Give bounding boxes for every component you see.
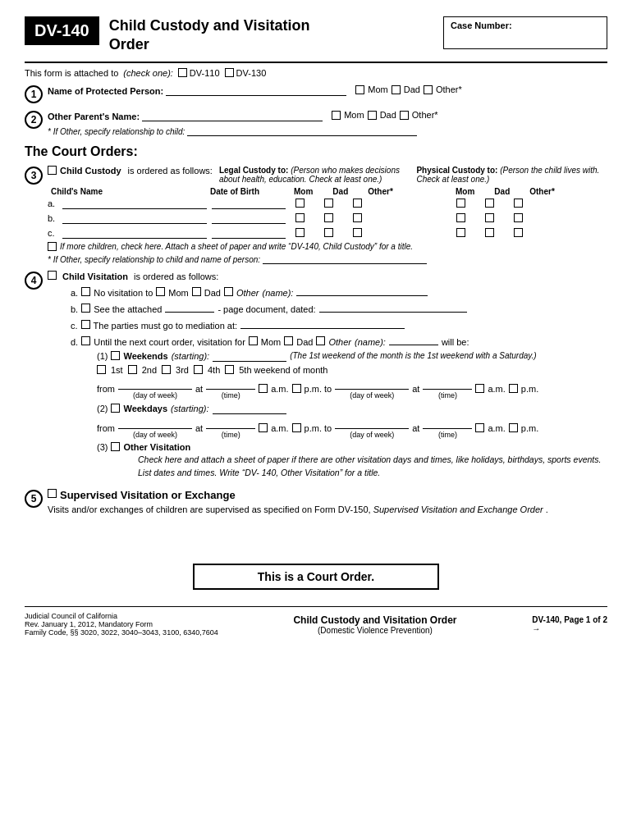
weekday-pm-checkbox[interactable]: [292, 423, 301, 432]
weekend-to-dow-field[interactable]: [335, 378, 409, 390]
weekend-1st-checkbox[interactable]: [97, 365, 106, 374]
table-row: b.: [48, 212, 607, 224]
other-specify-field[interactable]: [263, 253, 427, 264]
section1-mom-checkbox[interactable]: [355, 85, 364, 94]
visit-b-date-field[interactable]: [319, 301, 467, 313]
table-row: a.: [48, 198, 607, 209]
weekday-am2-checkbox[interactable]: [475, 423, 484, 432]
weekday-am-checkbox[interactable]: [259, 423, 268, 432]
visitation-heading-checkbox[interactable]: [48, 271, 57, 280]
visit-b-checkbox[interactable]: [81, 304, 90, 313]
phys-mom-a[interactable]: [456, 199, 465, 208]
other-relationship-field[interactable]: [187, 125, 417, 136]
child-name-a[interactable]: [62, 198, 207, 209]
weekend-from-dow-field[interactable]: [118, 378, 192, 390]
protected-person-field[interactable]: [166, 84, 346, 96]
legal-dad-b[interactable]: [324, 213, 333, 222]
legal-other-b[interactable]: [353, 213, 362, 222]
phys-other-c[interactable]: [514, 228, 523, 237]
weekends-checkbox[interactable]: [111, 351, 120, 360]
phys-other-a[interactable]: [514, 199, 523, 208]
visit-a-checkbox[interactable]: [81, 287, 90, 296]
section-1-content: Name of Protected Person: Mom Dad Other*: [48, 84, 607, 96]
visit-a-mom-checkbox[interactable]: [156, 287, 165, 296]
phys-mom-c[interactable]: [456, 228, 465, 237]
visit-d-mom-checkbox[interactable]: [249, 336, 258, 345]
dob-c[interactable]: [212, 227, 286, 239]
legal-mom-c[interactable]: [295, 228, 305, 237]
weekends-starting-field[interactable]: [213, 350, 286, 362]
col-child-name-header: Child's Name: [51, 187, 207, 196]
weekdays-starting-field[interactable]: [213, 403, 286, 414]
section1-other-checkbox[interactable]: [424, 85, 433, 94]
visit-d-dad-checkbox[interactable]: [284, 336, 293, 345]
section2-other-checkbox[interactable]: [400, 111, 409, 120]
table-row: c.: [48, 227, 607, 239]
phys-other-b[interactable]: [514, 213, 523, 222]
phys-dad-a[interactable]: [485, 199, 494, 208]
weekdays-checkbox[interactable]: [111, 404, 120, 413]
dob-b[interactable]: [212, 212, 286, 224]
section-4-number: 4: [25, 272, 43, 290]
weekend-from-time-field[interactable]: [206, 378, 255, 390]
section2-dad-checkbox[interactable]: [368, 111, 377, 120]
legal-mom-b[interactable]: [295, 213, 305, 222]
dv110-checkbox[interactable]: [178, 68, 187, 77]
legal-dad-c[interactable]: [324, 228, 333, 237]
other-parent-field[interactable]: [142, 110, 323, 121]
visit-c-checkbox[interactable]: [81, 320, 90, 329]
legal-other-a[interactable]: [353, 199, 362, 208]
weekday-to-time-field[interactable]: [423, 418, 472, 429]
visit-d-other-name-field[interactable]: [389, 334, 438, 345]
weekend-pm-checkbox[interactable]: [292, 384, 301, 393]
section-2-number: 2: [25, 111, 43, 129]
legal-other-c[interactable]: [353, 228, 362, 237]
weekend-pm2-checkbox[interactable]: [509, 384, 518, 393]
dv130-checkbox[interactable]: [225, 68, 234, 77]
child-custody-cb-group: Child Custody is ordered as follows:: [48, 166, 213, 176]
section2-mom-checkbox[interactable]: [332, 111, 341, 120]
visit-d-checkbox[interactable]: [81, 336, 90, 345]
other-visitation-note: Check here and attach a sheet of paper i…: [138, 454, 607, 480]
visitation-heading: Child Visitation is ordered as follows:: [48, 271, 607, 281]
child-name-c[interactable]: [62, 227, 207, 239]
visit-b-pages-field[interactable]: [165, 301, 214, 313]
page-footer: Judicial Council of California Rev. Janu…: [25, 606, 607, 637]
phys-mom-b[interactable]: [456, 213, 465, 222]
weekend-am-checkbox[interactable]: [259, 384, 268, 393]
child-custody-checkbox[interactable]: [48, 166, 57, 175]
child-name-b[interactable]: [62, 212, 207, 224]
more-children-checkbox[interactable]: [48, 242, 57, 251]
weekend-2nd-checkbox[interactable]: [128, 365, 137, 374]
visit-d-other-checkbox[interactable]: [316, 336, 325, 345]
visit-c-mediation-field[interactable]: [240, 317, 405, 329]
weekday-from-time-field[interactable]: [206, 418, 255, 429]
weekend-3rd-checkbox[interactable]: [162, 365, 171, 374]
weekend-to-time-field[interactable]: [423, 378, 472, 390]
visit-a-other-checkbox[interactable]: [224, 287, 233, 296]
supervised-visitation-checkbox[interactable]: [48, 489, 57, 498]
legal-mom-a[interactable]: [295, 199, 305, 208]
other-note-row: * If Other, specify relationship to chil…: [48, 253, 607, 264]
dob-a[interactable]: [212, 198, 286, 209]
weekend-4th-checkbox[interactable]: [194, 365, 203, 374]
weekend-am2-checkbox[interactable]: [475, 384, 484, 393]
legal-checks-c: [289, 228, 447, 237]
footer-left: Judicial Council of California Rev. Janu…: [25, 612, 218, 637]
visit-row-d: d. Until the next court order, visitatio…: [71, 334, 607, 347]
section-1: 1 Name of Protected Person: Mom Dad Othe…: [25, 84, 607, 103]
visit-a-dad-checkbox[interactable]: [192, 287, 201, 296]
section1-dad-checkbox[interactable]: [392, 85, 401, 94]
phys-dad-c[interactable]: [485, 228, 494, 237]
other-visitation-checkbox[interactable]: [111, 442, 120, 451]
visit-a-other-name-field[interactable]: [296, 285, 428, 296]
legal-dad-a[interactable]: [324, 199, 333, 208]
physical-checks-c: [450, 228, 607, 237]
weekday-pm2-checkbox[interactable]: [509, 423, 518, 432]
form-title: Child Custody and Visitation Order: [109, 16, 443, 55]
weekday-to-dow-field[interactable]: [335, 418, 409, 429]
section-4: 4 Child Visitation is ordered as follows…: [25, 271, 607, 483]
weekend-5th-checkbox[interactable]: [225, 365, 234, 374]
phys-dad-b[interactable]: [485, 213, 494, 222]
weekday-from-dow-field[interactable]: [118, 418, 192, 429]
